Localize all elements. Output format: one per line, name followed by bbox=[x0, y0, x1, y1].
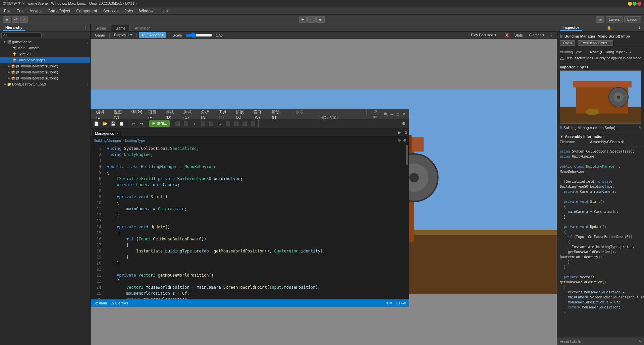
hierarchy-tab[interactable]: Hierarchy bbox=[3, 25, 25, 31]
vs-action9[interactable]: ⬛ bbox=[240, 120, 249, 127]
display-selector[interactable]: Display 1 ▾ bbox=[112, 32, 135, 38]
vscode-search-icon[interactable]: 🔍 bbox=[384, 112, 388, 117]
vs-action6[interactable]: ↘ bbox=[215, 120, 223, 127]
vscode-maximize-btn[interactable]: □ bbox=[396, 112, 400, 117]
scale-slider[interactable] bbox=[185, 33, 212, 38]
vs-tab-options[interactable]: ⊻ bbox=[404, 130, 409, 135]
vs-menu-help[interactable]: 帮助(H) bbox=[269, 109, 286, 120]
inspector-lock-icon[interactable]: 🔒 bbox=[607, 25, 611, 30]
pause-button[interactable]: ⏸ bbox=[307, 16, 316, 23]
vs-action3[interactable]: ↕ bbox=[190, 120, 198, 127]
vs-menu-tools[interactable]: 工具(T) bbox=[216, 109, 233, 120]
vs-menu-debug[interactable]: 调试(D) bbox=[163, 109, 180, 120]
breadcrumb-symbol[interactable]: buidingType bbox=[125, 138, 145, 142]
layers-button[interactable]: Layers bbox=[606, 16, 623, 22]
tab-game[interactable]: Game bbox=[111, 25, 130, 31]
vs-run-btn[interactable]: ▶ 附加... bbox=[149, 120, 170, 127]
menu-jobs[interactable]: Jobs bbox=[122, 8, 136, 14]
vs-new-btn[interactable]: 📄 bbox=[92, 120, 100, 127]
vs-save-btn[interactable]: 💾 bbox=[109, 120, 117, 127]
tree-item-clone3[interactable]: ▶ 📦 pf_woodHarvester(Clone) bbox=[0, 75, 90, 81]
vs-open-btn[interactable]: 📂 bbox=[101, 120, 109, 127]
assembly-arrow[interactable]: ▼ bbox=[560, 134, 564, 138]
breadcrumb-collapse[interactable]: ⊖ bbox=[398, 138, 401, 142]
asset-labels-edit[interactable]: ✎ bbox=[638, 339, 641, 344]
execution-order-btn[interactable]: Execution Order... bbox=[578, 40, 613, 46]
minimize-button[interactable]: ─ bbox=[628, 2, 632, 6]
cloud-button[interactable]: ☁ bbox=[596, 16, 604, 23]
vs-saveall-btn[interactable]: 📋 bbox=[117, 120, 125, 127]
vscode-scrollbar[interactable] bbox=[406, 144, 409, 299]
menu-component[interactable]: Component bbox=[73, 8, 100, 14]
toolbar-options-icon[interactable]: ⋮ bbox=[548, 33, 555, 38]
vscode-minimize-btn[interactable]: ─ bbox=[390, 112, 394, 117]
vs-redo-btn[interactable]: ↪ bbox=[138, 120, 146, 127]
tree-item-maincamera[interactable]: 📷 Main Camera bbox=[0, 45, 90, 51]
layout-button[interactable]: Layout bbox=[624, 16, 641, 22]
breadcrumb-expand[interactable]: ⊕ bbox=[403, 138, 406, 142]
vs-menu-view[interactable]: 视图(V) bbox=[111, 109, 128, 120]
dontdestroy-options[interactable]: ⋮ bbox=[86, 82, 89, 86]
menu-file[interactable]: File bbox=[1, 8, 13, 14]
game-label[interactable]: Game bbox=[93, 33, 107, 38]
close-button[interactable]: ✕ bbox=[637, 2, 641, 6]
vs-menu-git[interactable]: Git(G) bbox=[128, 109, 145, 120]
open-script-btn[interactable]: Open bbox=[560, 40, 575, 46]
vs-action10[interactable]: ⬛ bbox=[249, 120, 257, 127]
audio-icon[interactable]: 🔇 bbox=[503, 33, 511, 38]
vs-menu-ext[interactable]: 扩展(X) bbox=[233, 109, 250, 120]
vscode-close-btn[interactable]: ✕ bbox=[401, 112, 406, 117]
play-button[interactable]: ▶ bbox=[299, 16, 307, 23]
vs-menu-test[interactable]: 测试(S) bbox=[181, 109, 198, 120]
menu-gameobject[interactable]: GameObject bbox=[45, 8, 73, 14]
tab-scene[interactable]: Scene bbox=[91, 25, 110, 31]
tree-item-clone2[interactable]: ▶ 📦 pf_woodHarvester(Clone) bbox=[0, 69, 90, 75]
vs-settings-btn[interactable]: ⚙ bbox=[399, 120, 408, 127]
maximize-button[interactable]: □ bbox=[633, 2, 637, 6]
gizmos-btn[interactable]: Gizmos ▾ bbox=[527, 32, 547, 38]
tree-item-buildingmanager[interactable]: 📦 BuildingManager bbox=[0, 57, 90, 63]
vs-action7[interactable]: ⬛ bbox=[224, 120, 232, 127]
login-btn[interactable]: 登录 bbox=[373, 109, 380, 119]
toolbar-redo-btn[interactable]: ↪ bbox=[20, 16, 28, 23]
vs-action1[interactable]: ⬛ bbox=[173, 120, 181, 127]
menu-services[interactable]: Services bbox=[100, 8, 121, 14]
scroll-thumb[interactable] bbox=[406, 145, 408, 165]
inspector-tab[interactable]: Inspector bbox=[560, 25, 582, 31]
vs-menu-analyze[interactable]: 分析(N) bbox=[198, 109, 215, 120]
inspector-options-icon[interactable]: ⋮ bbox=[638, 25, 641, 30]
vs-action8[interactable]: ⬛ bbox=[232, 120, 240, 127]
vs-tab-close[interactable]: ✕ bbox=[116, 132, 119, 135]
tree-item-gamescene[interactable]: ▼ 🎬 gameScene ⋮ bbox=[0, 39, 90, 45]
hierarchy-search-input[interactable] bbox=[1, 33, 42, 38]
play-focused-btn[interactable]: Play Focused ▾ bbox=[469, 32, 499, 38]
toolbar-undo-btn[interactable]: ↩ bbox=[12, 16, 19, 23]
tree-item-light2d[interactable]: 💡 Light 2D bbox=[0, 51, 90, 57]
toolbar-collab-btn[interactable]: ☁ bbox=[3, 16, 11, 23]
stats-btn[interactable]: Stats bbox=[512, 33, 525, 38]
code-content[interactable]: ▼using System.Collections.Specialized; u… bbox=[104, 144, 406, 299]
vs-tab-scroll-right[interactable]: ▶ bbox=[395, 130, 404, 135]
insp-script-link[interactable]: ✎ bbox=[638, 126, 641, 130]
vscode-search-input[interactable] bbox=[293, 109, 367, 115]
menu-assets[interactable]: Assets bbox=[27, 8, 44, 14]
tree-item-clone1[interactable]: ▶ 📦 pf_woodHarvester(Clone) bbox=[0, 63, 90, 69]
menu-edit[interactable]: Edit bbox=[14, 8, 26, 14]
vs-menu-window[interactable]: 窗口(W) bbox=[251, 109, 268, 120]
breadcrumb-file[interactable]: BuildingManager bbox=[94, 138, 121, 142]
menu-window[interactable]: Window bbox=[137, 8, 156, 14]
menu-help[interactable]: Help bbox=[157, 8, 171, 14]
tab-animator[interactable]: Animator bbox=[130, 25, 154, 31]
step-button[interactable]: ⏭ bbox=[316, 16, 325, 23]
vs-tab-manager[interactable]: Manager.cs ✕ bbox=[91, 130, 122, 136]
vs-action2[interactable]: ⬛ bbox=[182, 120, 190, 127]
vs-menu-project[interactable]: 项目(P) bbox=[146, 109, 162, 120]
vs-undo-btn[interactable]: ↩ bbox=[129, 120, 137, 127]
aspect-selector[interactable]: 16:9 Aspect ▾ bbox=[139, 32, 166, 38]
vs-action4[interactable]: ⬛ bbox=[199, 120, 207, 127]
gamescene-options[interactable]: ⋮ bbox=[86, 40, 89, 44]
tree-item-dontdestroy[interactable]: ▶ 📁 DontDestroyOnLoad ⋮ bbox=[0, 81, 90, 87]
hierarchy-options-icon[interactable]: ⋮ bbox=[84, 25, 88, 30]
vs-action5[interactable]: ⬛ bbox=[207, 120, 215, 127]
vs-menu-edit[interactable]: 编辑(E) bbox=[94, 109, 110, 120]
